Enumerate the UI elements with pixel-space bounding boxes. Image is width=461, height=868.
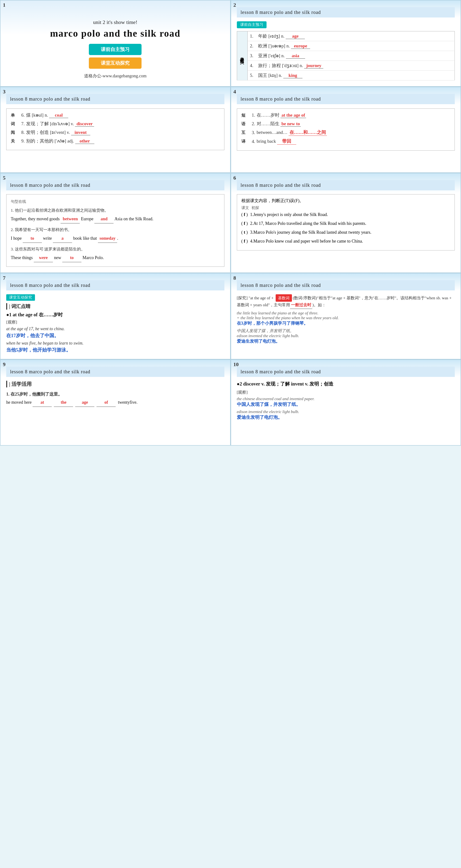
- example-en-7-1: at the age of 17, he went to china.: [6, 327, 224, 331]
- lesson-title: marco polo and the silk road: [6, 28, 224, 39]
- tf-label-kewen: 课文: [241, 206, 249, 211]
- tf-text-3: 3.Marco Polo's journey along the Silk Ro…: [250, 229, 371, 236]
- fill-tense: 一般过去时: [290, 302, 312, 309]
- cell-number-1: 1: [3, 2, 5, 8]
- preview-badge-2: 课前自主预习: [237, 21, 267, 28]
- cell-10: 10 lesson 8 marco polo and the silk road…: [230, 360, 461, 445]
- sentence-cn-1: 1. 他们一起沿着丝绸之路在欧洲和亚洲之间运输货物。: [11, 207, 220, 215]
- cell-number-5: 5: [3, 175, 5, 181]
- sentence-item-3: 3. 这些东西对马可·波罗来说都是陌生的。 These things were …: [11, 245, 220, 262]
- cell-9: 9 lesson 8 marco polo and the silk road …: [0, 360, 230, 445]
- example-en-7-2: when he was five, he began to learn to s…: [6, 341, 224, 346]
- phrase-num-4: 4.: [248, 139, 255, 144]
- section-label-3c: 阅: [11, 130, 17, 135]
- phrase-cn-4: bring back 带回: [257, 138, 451, 145]
- cell-number-8: 8: [234, 275, 236, 281]
- observe-label-10: [观察]: [237, 390, 455, 395]
- vocab-answer-2: europe: [291, 43, 310, 49]
- tf-text-1: 1.Jenny's project is only about the Silk…: [250, 211, 328, 218]
- example-cn-8-1: 在3岁时，那个小男孩学习了弹钢琴。: [237, 320, 455, 326]
- example-cn-10-1: 中国人发现了煤，并发明了纸。: [237, 401, 455, 407]
- cell-number-4: 4: [234, 89, 236, 95]
- vocab-answer-9: other: [75, 138, 94, 144]
- fill-a: a: [53, 234, 72, 243]
- fill-were: were: [34, 253, 53, 262]
- phrase-num-2: 2.: [248, 121, 255, 126]
- cell-5-header: lesson 8 marco polo and the silk road: [6, 180, 224, 190]
- phrase-answer-4: 带回: [277, 138, 296, 145]
- btn-preview[interactable]: 课前自主预习: [89, 44, 142, 55]
- table-row: 译 4. bring back 带回: [241, 138, 451, 145]
- cell-4-header: lesson 8 marco polo and the silk road: [237, 94, 455, 104]
- vocab-num-2: 2.: [247, 41, 256, 51]
- vocab-num-9: 9.: [17, 138, 25, 144]
- sentence-en-1: Together, they moved goods between Europ…: [11, 215, 220, 223]
- cell-3-header: lesson 8 marco polo and the silk road: [6, 94, 224, 104]
- section-label-3: 单: [11, 113, 17, 118]
- table-row: 5. 国王 [kɪŋ] n. king: [237, 71, 455, 81]
- vocab-answer-6: coal: [49, 113, 68, 118]
- tf-answer-1: f: [244, 212, 245, 217]
- phrase-cn-1: 在……岁时 at the age of: [257, 112, 451, 118]
- sentence-en-2: I hope to write a book like that someday…: [11, 234, 220, 243]
- vocab-num-6: 6.: [17, 113, 25, 118]
- tf-box-6: 根据课文内容，判断正(T)误(F)。 课文 初探 ( f ) 1.Jenny's…: [237, 194, 455, 250]
- vocab-cn-5: 国王 [kɪŋ] n. king: [256, 71, 455, 81]
- example-cn-10-2: 爱迪生发明了电灯泡。: [237, 414, 455, 421]
- phrase-label-4a: 短: [241, 113, 248, 118]
- cell-1: 1 unit 2 it's show time! marco polo and …: [0, 0, 230, 87]
- vocab-cn-9: 别的；其他的 ['ʌðə] adj. other: [26, 138, 220, 144]
- btn-explore[interactable]: 课堂互动探究: [89, 58, 142, 69]
- example-en-10-2: edison invented the electric light bulb.: [237, 409, 455, 414]
- fill-to2: to: [62, 253, 82, 262]
- activity-en-9-1: he moved here at the age of twentyfive.: [6, 398, 224, 407]
- sentence-cn-3: 3. 这些东西对马可·波罗来说都是陌生的。: [11, 245, 220, 253]
- table-row: 单 6. 煤 [kəul] n. coal: [11, 112, 220, 118]
- fill-age: age: [75, 398, 94, 407]
- sentence-box-5: 句型在线 1. 他们一起沿着丝绸之路在欧洲和亚洲之间运输货物。 Together…: [6, 194, 224, 267]
- vocab-table-2: 单词阅关 1. 年龄 [eɪdʒ] n. age 2. 欧洲 ['juərəp]…: [237, 31, 455, 81]
- table-row: 词 7. 发现；了解 [dɪs'kʌvə] v. discover: [11, 121, 220, 127]
- vocab-cn-6: 煤 [kəul] n. coal: [26, 112, 220, 118]
- fill-to: to: [23, 234, 42, 243]
- main-grid: 1 unit 2 it's show time! marco polo and …: [0, 0, 461, 445]
- phrase-cn-2: 对……陌生 be new to: [257, 121, 451, 127]
- cell-number-9: 9: [3, 361, 5, 368]
- activity-cn-9-1: 1. 在25岁时，他搬到了这里。: [6, 391, 224, 397]
- table-row: 单词阅关 1. 年龄 [eɪdʒ] n. age: [237, 31, 455, 41]
- cell-3: 3 lesson 8 marco polo and the silk road …: [0, 87, 230, 173]
- bullet-item-10: ●2 discover v. 发现；了解 invent v. 发明；创造: [237, 381, 455, 387]
- tf-label-row: 课文 初探: [241, 206, 451, 211]
- vocab-answer-7: discover: [75, 121, 94, 127]
- section-label-2: 单词阅关: [237, 31, 247, 81]
- fill-and: and: [94, 215, 114, 223]
- tf-answer-4: f: [244, 239, 245, 244]
- tf-bracket-3: ( t ): [241, 229, 248, 236]
- observe-label-7: [观察]: [6, 319, 224, 325]
- vocab-cn-1: 年龄 [eɪdʒ] n. age: [256, 31, 455, 41]
- table-row: ( f ) 1.Jenny's project is only about th…: [241, 211, 451, 218]
- phrase-section-4: 短 1. 在……岁时 at the age of 语 2. 对……陌生 be n…: [237, 108, 455, 151]
- section-label-3b: 词: [11, 121, 17, 127]
- vocab-num-5: 5.: [247, 71, 256, 81]
- vocab-point-title-7: | 词汇点睛: [6, 303, 224, 310]
- fill-someday: someday: [98, 234, 117, 243]
- phrase-num-3: 3.: [248, 130, 255, 135]
- cell-8-header: lesson 8 marco polo and the silk road: [237, 280, 455, 290]
- table-row: 2. 欧洲 ['juərəp] n. europe: [237, 41, 455, 51]
- section-tag-7: 课堂互动探究: [6, 294, 35, 301]
- example-cn-7-2: 当他5岁时，他开始学习游泳。: [6, 347, 224, 353]
- phrase-label-4d: 译: [241, 138, 248, 144]
- cell-8: 8 lesson 8 marco polo and the silk road …: [230, 273, 461, 360]
- tf-answer-2: f: [244, 221, 245, 226]
- fill-the: the: [54, 398, 73, 407]
- cell-number-7: 7: [3, 275, 5, 281]
- cell-number-10: 10: [234, 361, 239, 368]
- table-row: 短 1. 在……岁时 at the age of: [241, 112, 451, 118]
- phrase-cn-3: between…and… 在……和……之间: [257, 129, 451, 136]
- sentence-item-1: 1. 他们一起沿着丝绸之路在欧洲和亚洲之间运输货物。 Together, the…: [11, 207, 220, 223]
- vocab-cn-3: 亚洲 ['eɪʃə] n. asia: [256, 51, 455, 61]
- vocab-section-3: 单 6. 煤 [kəul] n. coal 词 7. 发现；了解 [dɪs'kʌ…: [6, 108, 224, 150]
- example-en-10-1: the chinese discovered coal and invented…: [237, 397, 455, 401]
- example-cn-7-1: 在17岁时，他去了中国。: [6, 332, 224, 339]
